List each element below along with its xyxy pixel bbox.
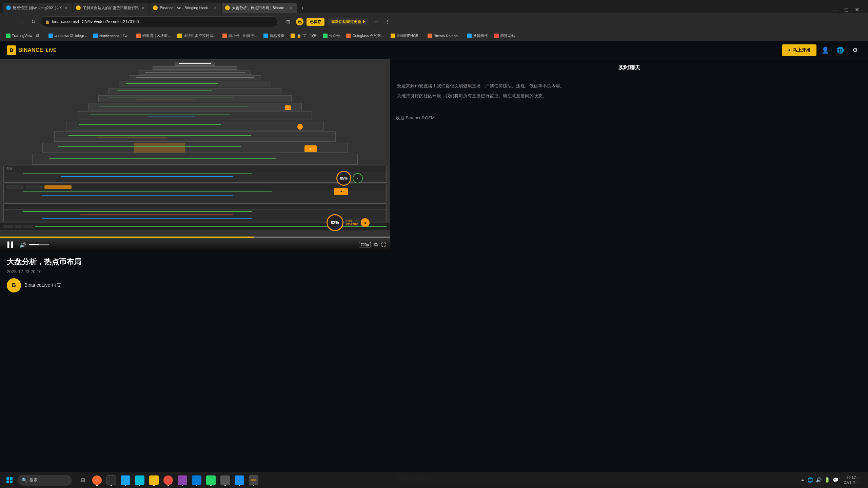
go-live-button[interactable]: ● 马上开播 [782,44,816,56]
bookmark-telegram-icon [48,34,53,38]
taskbar-app-batchat[interactable] [176,473,189,487]
bookmark-newtab[interactable]: 新标签页 [261,33,287,39]
live-icon: ● [788,47,791,53]
forward-button[interactable]: → [16,17,26,26]
settings-icon-button[interactable]: ⚙ [849,44,861,56]
volume-control[interactable]: 🔊 [18,240,49,249]
bookmark-feixiaohao-label: 非小号 - 比特行... [229,33,257,38]
taskbar-app-analysis[interactable] [218,473,232,487]
tab-2[interactable]: 了解来自达人的加密货币最新资讯 ✕ [73,3,149,13]
bookmark-notifications-icon [93,34,98,38]
bookmark-feixiaohao-icon [222,34,227,38]
minimize-button[interactable]: — [830,7,840,13]
quality-badge[interactable]: 720p [359,242,371,247]
tab-4-favicon [225,5,230,10]
bookmark-bitcoin-rainbow[interactable]: Bitcoin Rainbo... [425,33,463,39]
live-text: LIVE [46,47,56,53]
taskbar-app-obs[interactable]: OBS [247,473,260,487]
chat-welcome-line-1: 欢迎来到币安直播！我们提倡文明健康直播，严禁任何违法、违规、低俗等不良内容。 [397,83,861,90]
star-icon[interactable]: ☆ [371,17,381,26]
bookmark-tradingview-icon [6,34,11,38]
account-icon-button[interactable]: 👤 [819,44,831,56]
svg-rect-0 [6,477,9,480]
bookmark-feixiaohao[interactable]: 非小号 - 比特行... [220,33,260,39]
tray-sound-icon[interactable]: 🔊 [816,477,822,483]
volume-slider[interactable] [29,244,49,245]
extensions-icon[interactable]: ⊞ [283,17,293,26]
taskbar-app-letsvpn[interactable] [133,473,146,487]
more-icon[interactable]: ⋮ [383,17,392,26]
close-window-button[interactable]: ✕ [853,6,861,13]
address-bar[interactable]: 🔒 binance.com/zh-CN/live/video?roomId=21… [41,16,278,27]
show-desktop-button[interactable] [859,476,863,483]
tab-2-title: 了解来自达人的加密货币最新资讯 [83,5,139,11]
taskbar-app-wallet[interactable] [204,473,218,487]
tray-hidden-icons[interactable]: ⏶ [801,478,805,482]
bookmark-telegram[interactable]: windows 版 telegr... [46,33,89,39]
bookmark-tradingview[interactable]: TradingView - 退... [3,33,45,39]
update-button[interactable]: 重新启动即可更新 ▶ [328,18,369,26]
svg-rect-1 [10,477,13,480]
tray-network-icon[interactable]: 🌐 [807,477,813,483]
taskbar-app-360[interactable] [90,473,104,487]
bookmark-notifications[interactable]: Notifications / Tw... [91,33,133,39]
globe-icon-button[interactable]: 🌐 [834,44,846,56]
taskbar: 🔍 搜索 ⊞ [0,472,868,488]
ssl-lock-icon: 🔒 [45,20,50,24]
bookmark-btc-realtime[interactable]: 比特币多空实时网... [175,33,219,39]
bookmark-newtab-label: 新标签页 [270,33,284,38]
taskbar-app-dingtalk[interactable] [233,473,246,487]
signin-button[interactable]: 已保存 [307,18,324,26]
bookmark-newtab-icon [263,34,268,38]
bookmark-btc-realtime-label: 比特币多空实时网... [183,33,216,38]
tab-1[interactable]: 财经悟空 (@wukong2021) / X ✕ [3,3,72,13]
taskbar-app-obs360[interactable] [104,473,118,487]
bookmark-notifications-label: Notifications / Tw... [99,34,131,38]
bookmark-coinglass[interactable]: Coinglass-合约数... [344,33,387,39]
tab-1-close[interactable]: ✕ [64,5,68,10]
bookmark-twitter-fans-icon [467,34,472,38]
tab-2-close[interactable]: ✕ [141,5,145,10]
tab-3[interactable]: Binance Live - Bringing block... ✕ [150,3,221,13]
bookmark-binance[interactable]: 🔒 宝 - 币安 [288,33,319,39]
taskbar-app-mxc[interactable] [190,473,203,487]
taskbar-search[interactable]: 🔍 搜索 [18,475,72,486]
taskbar-app-jsb[interactable] [119,473,132,487]
video-player[interactable]: ● 图表 [0,59,390,251]
bookmark-btcpng[interactable]: 比特图PNGB... [388,33,424,39]
chat-messages: 欢迎 BinanceRGFM [390,108,868,470]
bookmark-twitter-fans[interactable]: 推特粉丝 [465,33,490,39]
tray-notifications-icon[interactable]: 💬 [833,477,839,483]
binance-text: BINANCE [18,47,43,53]
pip-icon[interactable]: ⧉ [374,242,378,248]
profile-icon[interactable]: 已 [295,17,304,26]
tab-4-close[interactable]: ✕ [289,5,294,10]
start-button[interactable] [3,473,16,487]
video-title: 大盘分析，热点币布局 [7,257,383,267]
taskbar-app-wukong[interactable] [161,473,175,487]
video-channel[interactable]: B BinanceLive 币安 [7,278,383,292]
tab-4[interactable]: 大盘分析，热点币布局 | Binanc... ✕ [222,3,297,13]
window-controls: — □ ✕ [830,6,865,13]
bookmark-gongzhonghao[interactable]: 公众号 [320,33,342,39]
taskbar-app-taskview[interactable]: ⊞ [76,473,90,487]
maximize-button[interactable]: □ [843,7,850,13]
new-tab-button[interactable]: + [298,3,307,13]
bookmark-chain[interactable]: 链教育 | 区块教... [134,33,173,39]
bookmark-binance-label: 🔒 宝 - 币安 [297,33,317,38]
back-button[interactable]: ← [4,17,14,26]
tray-time[interactable]: 20:17 2021 年 [844,475,856,485]
bookmark-tradingview-label: TradingView - 退... [12,33,42,38]
play-pause-button[interactable]: ▐▐ [4,240,15,249]
volume-icon[interactable]: 🔊 [18,240,27,249]
nav-bar: ← → ↻ 🔒 binance.com/zh-CN/live/video?roo… [0,13,868,30]
taskbar-app-binance[interactable] [147,473,161,487]
bookmark-liquidation[interactable]: 清算网站 [492,33,517,39]
fullscreen-icon[interactable]: ⛶ [381,242,386,247]
reload-button[interactable]: ↻ [28,17,38,26]
tab-3-close[interactable]: ✕ [213,5,218,10]
tray-battery-icon[interactable]: 🔋 [824,477,830,483]
binance-logo[interactable]: B BINANCE LIVE [7,45,56,55]
bookmark-btcpng-icon [391,34,395,38]
bookmark-chain-label: 链教育 | 区块教... [142,33,171,38]
